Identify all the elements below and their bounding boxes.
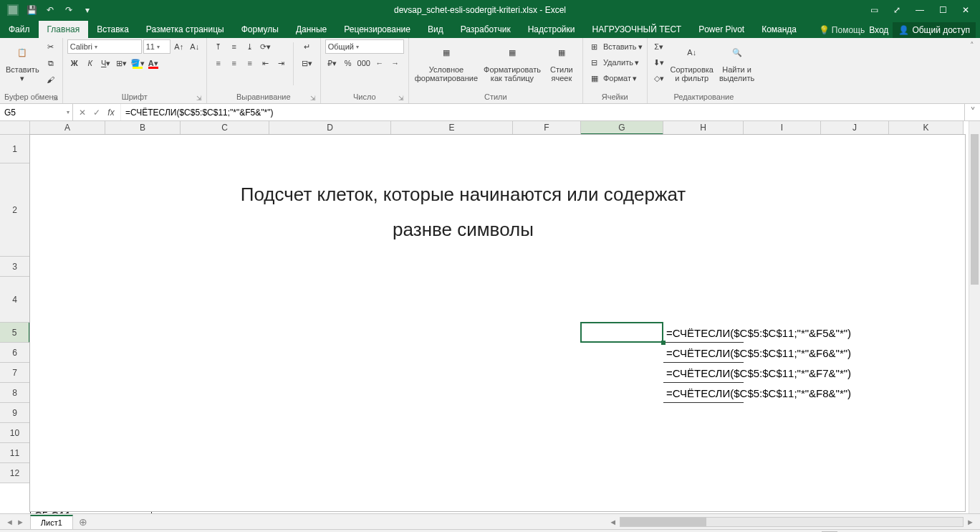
row-header-6[interactable]: 6 [0,343,30,363]
sheet-nav-next-icon[interactable]: ► [16,518,24,526]
format-painter-icon[interactable]: 🖌 [44,72,58,87]
sort-filter-button[interactable]: A↓Сортировка и фильтр [669,39,715,84]
font-size-combo[interactable]: 11▾ [143,39,170,54]
tab-team[interactable]: Команда [753,21,805,38]
italic-icon[interactable]: К [83,56,97,70]
tab-insert[interactable]: Вставка [88,21,138,38]
row-header-7[interactable]: 7 [0,363,30,383]
minimize-icon[interactable]: — [910,2,930,18]
copy-icon[interactable]: ⧉ [44,56,58,70]
ribbon-options-icon[interactable]: ▭ [864,2,884,18]
bold-icon[interactable]: Ж [67,56,82,70]
col-header-A[interactable]: A [30,121,105,135]
row-header-4[interactable]: 4 [0,277,30,323]
number-launcher-icon[interactable]: ⇲ [398,95,404,102]
sheet-nav-prev-icon[interactable]: ◄ [6,518,14,526]
redo-icon[interactable]: ↷ [62,3,76,17]
align-bottom-icon[interactable]: ⤓ [243,39,257,54]
format-cells-button[interactable]: ▦Формат ▾ [587,71,643,85]
align-right-icon[interactable]: ≡ [243,56,257,70]
orientation-icon[interactable]: ⟳▾ [259,39,273,54]
tab-review[interactable]: Рецензирование [335,21,419,38]
tab-view[interactable]: Вид [419,21,452,38]
fx-icon[interactable]: fx [105,108,117,118]
tab-developer[interactable]: Разработчик [452,21,519,38]
row-header-10[interactable]: 10 [0,423,30,443]
merge-icon[interactable]: ⊟▾ [298,56,316,70]
align-left-icon[interactable]: ≡ [211,56,226,70]
increase-indent-icon[interactable]: ⇥ [274,56,289,70]
col-header-H[interactable]: H [663,121,744,135]
col-header-D[interactable]: D [269,121,391,135]
collapse-ribbon-icon[interactable]: ˄ [964,38,980,103]
col-header-J[interactable]: J [821,121,889,135]
tab-addins[interactable]: Надстройки [519,21,584,38]
font-launcher-icon[interactable]: ⇲ [196,95,202,102]
comma-icon[interactable]: 000 [357,56,371,70]
insert-cells-button[interactable]: ⊞Вставить ▾ [587,39,643,54]
autosum-icon[interactable]: Σ▾ [652,39,666,54]
accounting-icon[interactable]: ₽▾ [325,56,340,70]
font-name-combo[interactable]: Calibri▾ [67,39,142,54]
sign-in[interactable]: Вход [869,25,888,35]
borders-icon[interactable]: ⊞▾ [115,56,129,70]
col-header-B[interactable]: B [105,121,181,135]
cut-icon[interactable]: ✂ [44,39,58,54]
table2-cell-formula[interactable]: =СЧЁТЕСЛИ($C$5:$C$11;"*"&F8&"*") [663,383,921,403]
clipboard-launcher-icon[interactable]: ⇲ [52,95,58,102]
align-middle-icon[interactable]: ≡ [227,39,241,54]
underline-icon[interactable]: Ч▾ [99,56,113,70]
qat-customize-icon[interactable]: ▾ [80,3,95,17]
save-icon[interactable]: 💾 [24,3,39,17]
conditional-formatting-button[interactable]: ▦Условное форматирование [413,39,479,84]
align-top-icon[interactable]: ⤒ [211,39,226,54]
row-header-9[interactable]: 9 [0,403,30,423]
col-header-G[interactable]: G [581,121,663,135]
delete-cells-button[interactable]: ⊟Удалить ▾ [587,55,643,70]
share-button[interactable]: 👤 Общий доступ [893,22,976,38]
col-header-F[interactable]: F [513,121,581,135]
row-header-11[interactable]: 11 [0,443,30,463]
row-header-5[interactable]: 5 [0,323,30,343]
alignment-launcher-icon[interactable]: ⇲ [310,95,316,102]
new-sheet-icon[interactable]: ⊕ [73,516,93,528]
sheet-tab-1[interactable]: Лист1 [30,515,73,529]
cancel-formula-icon[interactable]: ✕ [76,108,89,118]
undo-icon[interactable]: ↶ [43,3,57,17]
row-header-2[interactable]: 2 [0,163,30,257]
row-header-12[interactable]: 12 [0,463,30,483]
wrap-text-icon[interactable]: ↵ [298,39,316,54]
align-center-icon[interactable]: ≡ [227,56,241,70]
tab-home[interactable]: Главная [39,21,89,38]
col-header-E[interactable]: E [391,121,513,135]
fill-color-icon[interactable]: 🪣▾ [130,56,145,70]
maximize-icon[interactable]: ☐ [933,2,953,18]
horizontal-scrollbar[interactable]: ◄ ► [93,517,980,527]
tab-power-pivot[interactable]: Power Pivot [690,21,753,38]
col-header-C[interactable]: C [181,121,269,135]
decrease-indent-icon[interactable]: ⇤ [259,56,273,70]
select-all-corner[interactable] [0,121,30,135]
col-header-I[interactable]: I [744,121,821,135]
cell-styles-button[interactable]: ▦Стили ячеек [545,39,578,84]
percent-icon[interactable]: % [341,56,355,70]
format-as-table-button[interactable]: ▦Форматировать как таблицу [482,39,542,84]
row-header-3[interactable]: 3 [0,257,30,277]
tell-me[interactable]: 💡 Помощь [819,25,865,35]
font-color-icon[interactable]: A▾ [146,56,160,70]
clear-icon[interactable]: ◇▾ [652,71,666,85]
tab-formulas[interactable]: Формулы [233,21,287,38]
name-box[interactable]: G5▾ [0,104,73,120]
number-format-combo[interactable]: Общий▾ [325,39,404,54]
col-header-K[interactable]: K [889,121,964,135]
paste-button[interactable]: 📋 Вставить▾ [4,39,41,84]
table2-cell-formula[interactable]: =СЧЁТЕСЛИ($C$5:$C$11;"*"&F5&"*") [663,323,921,343]
fullscreen-icon[interactable]: ⤢ [887,2,907,18]
expand-formula-bar-icon[interactable]: ˅ [964,104,980,120]
find-select-button[interactable]: 🔍Найти и выделить [718,39,756,84]
worksheet-grid[interactable]: ABCDEFGHIJK 123456789101112 Подсчет клет… [0,121,980,513]
row-header-1[interactable]: 1 [0,135,30,163]
decrease-decimal-icon[interactable]: → [388,56,403,70]
table2-cell-formula[interactable]: =СЧЁТЕСЛИ($C$5:$C$11;"*"&F7&"*") [663,363,921,383]
formula-input[interactable]: =СЧЁТЕСЛИ($C$5:$C$11;"*"&F5&"*") [121,104,964,120]
